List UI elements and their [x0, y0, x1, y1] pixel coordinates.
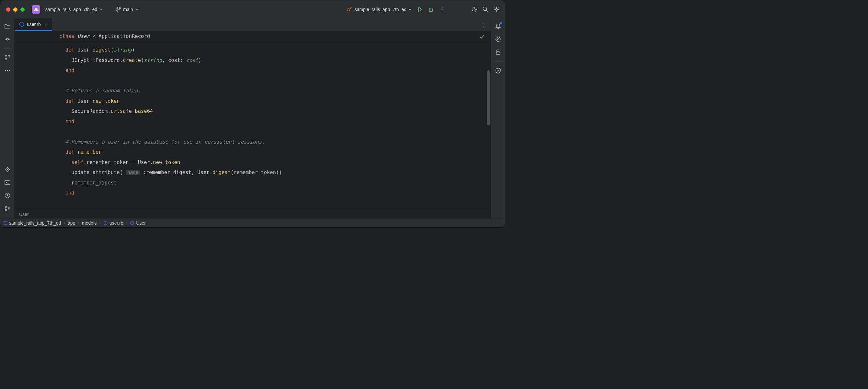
titlebar: SE sample_rails_app_7th_ed main sample_r…: [0, 0, 505, 19]
tab-label: user.rb: [27, 22, 41, 27]
svg-point-26: [484, 26, 484, 27]
code-with-me-button[interactable]: [470, 5, 479, 14]
structure-icon: [4, 54, 11, 61]
commit-toolwindow-button[interactable]: [2, 34, 12, 45]
project-toolwindow-button[interactable]: [2, 21, 12, 31]
settings-button[interactable]: [492, 5, 501, 14]
left-toolwindow-bar: [0, 19, 14, 218]
editor-tabs: C user.rb ×: [14, 19, 491, 31]
svg-point-6: [442, 11, 443, 12]
kebab-icon: [439, 7, 445, 12]
svg-rect-17: [5, 180, 10, 185]
search-everywhere-button[interactable]: [481, 5, 490, 14]
more-toolwindows-button[interactable]: [2, 65, 12, 76]
project-selector[interactable]: sample_rails_app_7th_ed: [43, 5, 104, 13]
sticky-header: class User < ApplicationRecord: [14, 31, 486, 42]
run-toolwindow-button[interactable]: [2, 164, 12, 175]
separator: [3, 48, 12, 49]
svg-point-3: [430, 8, 433, 12]
ruby-class-icon: [103, 221, 108, 225]
folder-icon: [4, 23, 11, 29]
commit-icon: [4, 36, 11, 43]
window-controls: [6, 7, 25, 12]
search-icon: [482, 6, 489, 12]
branch-icon: [116, 7, 121, 12]
structure-toolwindow-button[interactable]: [2, 53, 12, 63]
notifications-button[interactable]: [493, 21, 503, 31]
svg-rect-28: [4, 221, 7, 225]
svg-rect-11: [5, 55, 7, 57]
maximize-window-button[interactable]: [21, 7, 25, 12]
svg-point-29: [104, 221, 107, 225]
svg-point-5: [442, 9, 443, 10]
play-outline-icon: [4, 166, 11, 173]
vcs-toolwindow-button[interactable]: [2, 203, 12, 214]
chevron-right-icon: ›: [99, 220, 101, 226]
svg-point-0: [117, 7, 118, 9]
chevron-down-icon: [99, 8, 102, 11]
chevron-right-icon: ›: [126, 220, 128, 226]
svg-point-24: [484, 23, 484, 24]
terminal-toolwindow-button[interactable]: [2, 177, 12, 188]
svg-point-16: [9, 71, 10, 71]
breadcrumb-item[interactable]: User: [19, 212, 29, 217]
run-config-name: sample_rails_app_7th_ed: [355, 7, 406, 12]
svg-point-15: [7, 71, 8, 71]
notification-badge: [500, 22, 502, 24]
more-actions-button[interactable]: [438, 5, 446, 14]
svg-point-19: [5, 206, 6, 208]
editor-tab-user-rb[interactable]: C user.rb ×: [14, 19, 52, 31]
shield-toolwindow-button[interactable]: [493, 65, 503, 76]
run-button[interactable]: [415, 5, 425, 14]
nav-item[interactable]: user.rb: [103, 220, 123, 226]
git-branch-selector[interactable]: main: [114, 5, 140, 13]
bug-icon: [428, 6, 434, 12]
svg-rect-13: [5, 58, 7, 60]
debug-button[interactable]: [427, 5, 436, 14]
svg-point-1: [117, 10, 118, 11]
chevron-right-icon: ›: [78, 220, 79, 226]
git-icon: [4, 205, 11, 212]
ai-assistant-button[interactable]: [493, 34, 503, 45]
svg-point-25: [484, 24, 484, 25]
svg-point-8: [483, 7, 487, 11]
svg-point-9: [496, 8, 497, 10]
svg-point-20: [5, 210, 6, 211]
run-config-selector[interactable]: sample_rails_app_7th_ed: [345, 5, 413, 13]
kebab-icon: [482, 23, 486, 27]
ruby-class-icon: [130, 221, 134, 225]
project-badge: SE: [32, 5, 40, 13]
play-icon: [417, 6, 423, 12]
editor-tab-options[interactable]: [480, 21, 488, 29]
gear-icon: [493, 6, 500, 12]
chevron-down-icon: [135, 8, 138, 11]
close-tab-button[interactable]: ×: [45, 22, 48, 27]
editor-breadcrumb-bar: User: [14, 210, 491, 218]
close-window-button[interactable]: [6, 7, 10, 12]
add-user-icon: [471, 6, 478, 12]
database-icon: [495, 49, 501, 55]
nav-item[interactable]: sample_rails_app_7th_ed: [4, 220, 61, 226]
svg-point-30: [130, 221, 134, 225]
code-editor[interactable]: class User < ApplicationRecord def User.…: [14, 31, 491, 210]
branch-name: main: [123, 7, 133, 12]
svg-point-4: [442, 7, 443, 8]
module-icon: [4, 221, 7, 225]
rails-icon: [347, 6, 353, 12]
nav-item[interactable]: app: [68, 220, 75, 226]
svg-rect-12: [8, 55, 10, 57]
problems-toolwindow-button[interactable]: [2, 190, 12, 201]
svg-point-14: [5, 71, 6, 71]
shield-icon: [495, 67, 501, 74]
svg-point-2: [119, 7, 121, 9]
nav-item[interactable]: models: [82, 220, 96, 226]
minimize-window-button[interactable]: [13, 7, 18, 12]
right-toolwindow-bar: [491, 19, 505, 218]
svg-point-10: [6, 38, 8, 40]
inspection-ok-icon[interactable]: [479, 34, 485, 40]
navigation-bar: sample_rails_app_7th_ed › app › models ›…: [0, 218, 505, 227]
terminal-icon: [4, 179, 11, 186]
database-toolwindow-button[interactable]: [493, 47, 503, 57]
chevron-down-icon: [408, 8, 412, 11]
nav-item[interactable]: User: [130, 220, 146, 226]
